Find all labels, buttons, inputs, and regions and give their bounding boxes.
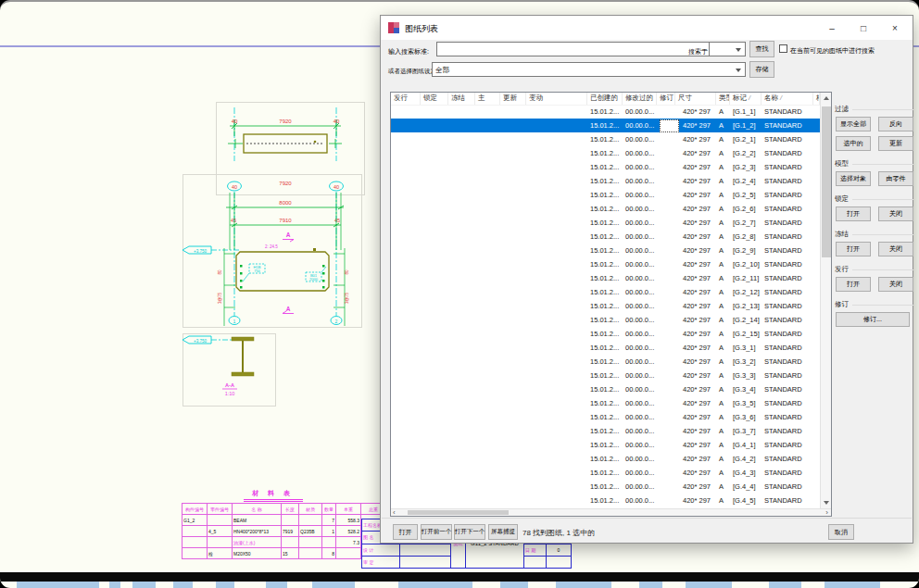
table-cell: A xyxy=(716,396,730,410)
column-header-锁定[interactable]: 锁定 xyxy=(421,93,448,105)
table-row[interactable]: 15.01.2...00.00.0...420* 297A[G.2_13]STA… xyxy=(391,299,820,313)
panel-button-选择对象[interactable]: 选择对象 xyxy=(836,171,871,186)
scroll-left-icon[interactable]: ‹ xyxy=(393,510,396,515)
table-row[interactable]: 15.01.2...00.00.0...420* 297A[G.2_4]STAN… xyxy=(391,174,820,188)
panel-button-更新[interactable]: 更新 xyxy=(878,136,913,151)
panel-button-关闭[interactable]: 关闭 xyxy=(878,242,913,256)
table-cell: STANDARD xyxy=(762,396,813,410)
scroll-down-icon[interactable] xyxy=(821,499,832,507)
table-row[interactable]: 15.01.2...00.00.0...420* 297A[G.2_8]STAN… xyxy=(391,230,820,244)
table-row[interactable]: 15.01.2...00.00.0...420* 297A[G.3_2]STAN… xyxy=(391,355,820,369)
table-row[interactable]: 15.01.2...00.00.0...420* 297A[G.2_7]STAN… xyxy=(391,216,820,230)
column-header-修订[interactable]: 修订 xyxy=(657,93,675,105)
open-button[interactable]: 打开 xyxy=(393,524,418,540)
column-header-修改过的[interactable]: 修改过的 xyxy=(623,93,657,105)
vertical-scrollbar[interactable] xyxy=(820,93,831,508)
table-row[interactable]: 15.01.2...00.00.0...420* 297A[G.2_11]STA… xyxy=(391,271,820,285)
find-button[interactable]: 查找 xyxy=(749,41,774,57)
table-row[interactable]: 15.01.2...00.00.0...420* 297A[G.2_10]STA… xyxy=(391,257,820,271)
column-header-主[interactable]: 主 xyxy=(475,93,500,105)
open-previous-button[interactable]: 打开前一个 xyxy=(421,524,452,540)
table-row[interactable]: 15.01.2...00.00.0...420* 297A[G.2_15]STA… xyxy=(391,327,820,341)
table-row[interactable]: 15.01.2...00.00.0...420* 297A[G.4_5]STAN… xyxy=(391,494,820,507)
save-button[interactable]: 存储 xyxy=(749,61,774,78)
horizontal-scrollbar-thumb[interactable] xyxy=(408,510,509,515)
column-header-格[interactable]: 格 xyxy=(813,93,820,105)
table-header-row[interactable]: 发行锁定冻结主更新变动已创建的修改过的修订尺寸类型标记/名称/格 xyxy=(391,93,820,106)
table-row[interactable]: 15.01.2...00.00.0...420* 297A[G.2_14]STA… xyxy=(391,313,820,327)
table-row[interactable]: 15.01.2...00.00.0...420* 297A[G.4_2]STAN… xyxy=(391,452,820,466)
table-row[interactable]: 15.01.2...00.00.0...420* 297A[G.1_1]STAN… xyxy=(391,105,820,119)
table-row[interactable]: 15.01.2...00.00.0...420* 297A[G.2_5]STAN… xyxy=(391,188,820,202)
dialog-titlebar[interactable]: 图纸列表 – □ × xyxy=(381,16,913,40)
table-row[interactable]: 15.01.2...00.00.0...420* 297A[G.3_5]STAN… xyxy=(391,396,820,410)
table-cell: 15.01.2... xyxy=(587,202,623,216)
table-row[interactable]: 15.01.2...00.00.0...420* 297A[G.3_7]STAN… xyxy=(391,424,820,438)
svg-text:A-A: A-A xyxy=(225,382,234,388)
table-row[interactable]: 15.01.2...00.00.0...420* 297A[G.2_2]STAN… xyxy=(391,146,820,160)
panel-button-打开[interactable]: 打开 xyxy=(836,277,871,292)
panel-button-反向[interactable]: 反向 xyxy=(878,117,913,131)
snapshot-button[interactable]: 屏幕捕捉 xyxy=(488,524,518,540)
table-cell: STANDARD xyxy=(762,285,813,299)
cancel-button[interactable]: 取消 xyxy=(828,524,854,540)
table-cell: 00.00.0... xyxy=(623,382,657,396)
panel-button-由零件[interactable]: 由零件 xyxy=(878,171,913,186)
table-row[interactable]: 15.01.2...00.00.0...420* 297A[G.1_2]STAN… xyxy=(391,119,820,132)
column-header-发行[interactable]: 发行 xyxy=(391,93,421,105)
horizontal-scrollbar[interactable]: ‹ › xyxy=(391,508,831,516)
table-cell: 420* 297 xyxy=(675,202,716,216)
table-row[interactable]: 15.01.2...00.00.0...420* 297A[G.2_12]STA… xyxy=(391,285,820,299)
table-row[interactable]: 15.01.2...00.00.0...420* 297A[G.3_6]STAN… xyxy=(391,410,820,424)
table-row[interactable]: 15.01.2...00.00.0...420* 297A[G.3_1]STAN… xyxy=(391,341,820,355)
table-row[interactable]: 15.01.2...00.00.0...420* 297A[G.3_4]STAN… xyxy=(391,382,820,396)
table-row[interactable]: 15.01.2...00.00.0...420* 297A[G.2_9]STAN… xyxy=(391,244,820,257)
column-header-更新[interactable]: 更新 xyxy=(500,93,526,105)
revision-edit-box[interactable] xyxy=(660,119,675,132)
table-row[interactable]: 15.01.2...00.00.0...420* 297A[G.4_1]STAN… xyxy=(391,438,820,452)
drawing-set-combobox[interactable]: 全部 xyxy=(432,62,746,77)
material-row: 栓M20X50158 xyxy=(183,548,386,559)
table-row[interactable]: 15.01.2...00.00.0...420* 297A[G.2_1]STAN… xyxy=(391,132,820,146)
table-cell: STANDARD xyxy=(762,202,813,216)
table-row[interactable]: 15.01.2...00.00.0...420* 297A[G.2_3]STAN… xyxy=(391,160,820,174)
search-input[interactable] xyxy=(436,42,721,56)
vertical-scrollbar-thumb[interactable] xyxy=(822,106,831,257)
column-header-名称[interactable]: 名称/ xyxy=(762,93,813,105)
column-header-类型[interactable]: 类型 xyxy=(716,93,730,105)
panel-button-关闭[interactable]: 关闭 xyxy=(878,206,913,221)
table-cell xyxy=(421,369,448,382)
column-header-标记[interactable]: 标记/ xyxy=(730,93,762,105)
table-cell xyxy=(500,494,526,507)
minimize-button[interactable]: – xyxy=(816,16,848,40)
scroll-right-icon[interactable]: › xyxy=(825,510,828,515)
scroll-up-icon[interactable] xyxy=(821,94,832,102)
app-canvas[interactable]: 40 7920 40 40 7920 40 8000 45 7910 45 A xyxy=(0,0,919,588)
panel-button-修订...[interactable]: 修订... xyxy=(836,312,910,327)
close-button[interactable]: × xyxy=(879,16,911,40)
table-cell xyxy=(657,105,675,119)
visible-only-checkbox[interactable] xyxy=(779,44,787,53)
panel-button-打开[interactable]: 打开 xyxy=(836,206,871,221)
column-header-已创建的[interactable]: 已创建的 xyxy=(587,93,623,105)
panel-button-选中的[interactable]: 选中的 xyxy=(836,136,871,151)
svg-text:A: A xyxy=(286,306,291,312)
column-header-尺寸[interactable]: 尺寸 xyxy=(675,93,716,105)
table-cell: 420* 297 xyxy=(675,271,716,285)
material-cell: 7.3 xyxy=(336,537,361,548)
svg-text:40: 40 xyxy=(232,184,237,190)
column-header-冻结[interactable]: 冻结 xyxy=(448,93,475,105)
open-next-button[interactable]: 打开下一个 xyxy=(454,524,485,540)
table-row[interactable]: 15.01.2...00.00.0...420* 297A[G.2_6]STAN… xyxy=(391,202,820,216)
table-row[interactable]: 15.01.2...00.00.0...420* 297A[G.3_3]STAN… xyxy=(391,369,820,382)
column-header-变动[interactable]: 变动 xyxy=(526,93,587,105)
table-row[interactable]: 15.01.2...00.00.0...420* 297A[G.4_4]STAN… xyxy=(391,480,820,494)
table-row[interactable]: 15.01.2...00.00.0...420* 297A[G.4_3]STAN… xyxy=(391,466,820,480)
search-in-combobox[interactable] xyxy=(709,42,746,56)
panel-button-显示全部[interactable]: 显示全部 xyxy=(836,117,871,131)
table-cell xyxy=(448,494,475,507)
maximize-button[interactable]: □ xyxy=(848,16,879,40)
panel-button-打开[interactable]: 打开 xyxy=(836,242,871,256)
panel-button-关闭[interactable]: 关闭 xyxy=(878,277,913,292)
material-cell xyxy=(299,537,322,548)
